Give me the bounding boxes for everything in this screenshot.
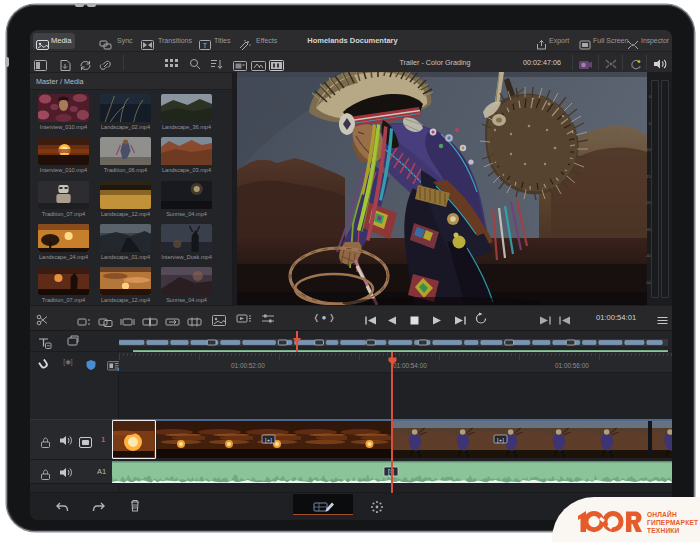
- svg-text:T: T: [203, 42, 208, 49]
- svg-text:[+]: [+]: [265, 437, 272, 443]
- svg-text:01:00:54:00: 01:00:54:00: [393, 362, 427, 369]
- svg-text:01:00:52:00: 01:00:52:00: [231, 362, 265, 369]
- svg-text:01:00:56:00: 01:00:56:00: [555, 362, 589, 369]
- svg-text:[+]: [+]: [497, 437, 504, 443]
